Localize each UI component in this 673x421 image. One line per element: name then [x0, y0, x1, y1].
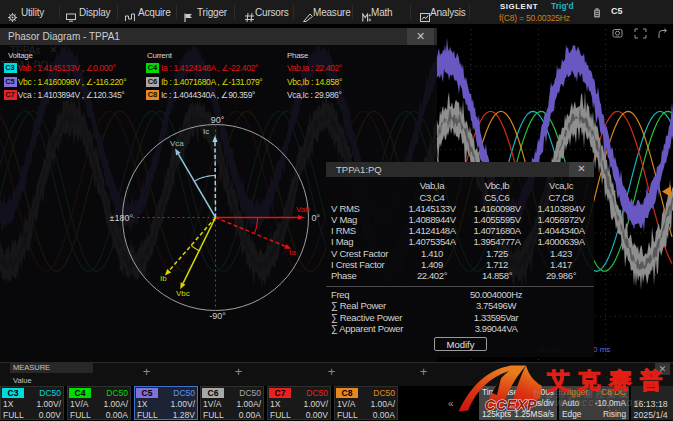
svg-text:Vbc: Vbc	[176, 289, 190, 298]
svg-text:±180°: ±180°	[109, 213, 133, 223]
svg-text:艾克赛普: 艾克赛普	[547, 368, 671, 393]
svg-text:www.hnccexp.com: www.hnccexp.com	[538, 397, 643, 408]
svg-text:Ib: Ib	[160, 274, 167, 283]
svg-text:-90°: -90°	[209, 311, 226, 321]
svg-text:Ia: Ia	[289, 248, 296, 257]
svg-text:90°: 90°	[211, 115, 225, 125]
svg-text:0°: 0°	[312, 213, 321, 223]
svg-text:Vca: Vca	[170, 139, 184, 148]
svg-text:CCEXP: CCEXP	[485, 397, 537, 413]
svg-text:Vab: Vab	[296, 205, 310, 214]
svg-text:Ic: Ic	[203, 127, 209, 136]
